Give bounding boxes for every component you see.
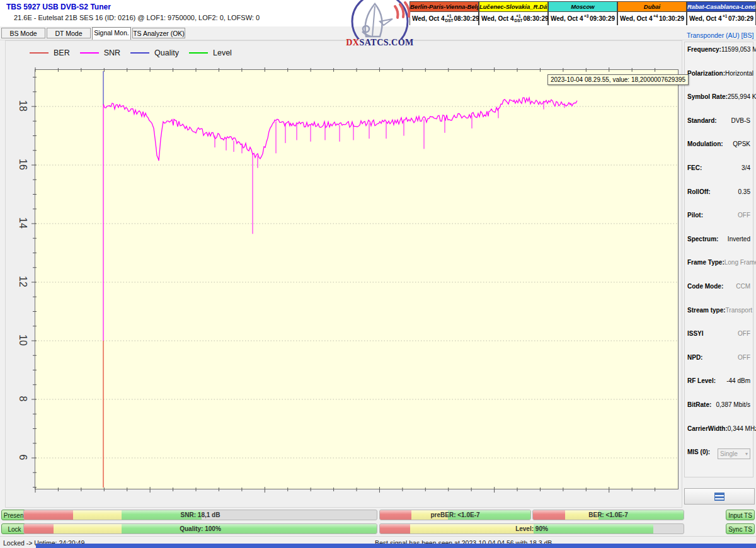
transponder-row-label: FEC: [687,164,702,171]
world-clocks: Berlin-Paris-Vienna-BelgradeWed, Oct 4+1… [410,1,755,25]
transponder-row-label: ISSYI [687,330,704,337]
progress-bar: preBER: <1.0E-7 [379,510,531,520]
mis-select[interactable]: Single▾ [718,448,750,459]
transponder-row-value: QPSK [733,140,750,147]
tab-dt-mode[interactable]: DT Mode [47,28,91,38]
clock-2: Lučenec-Slovakia_R.DávidWed, Oct 4+1DST0… [479,1,548,25]
transponder-row-label: Polarization: [687,70,725,77]
transponder-row-label: Symbol Rate: [687,93,728,100]
tab-bs-mode[interactable]: BS Mode [1,28,45,38]
legend-line-swatch [189,52,208,54]
transponder-row-value: 0,387 Mbit/s [716,401,750,408]
y-axis-tick-label: 10 [16,331,29,350]
transponder-header: Transponder (AU) [BS] [687,31,753,39]
legend-label: Level [213,49,232,57]
transponder-row-value: Transport [726,307,752,314]
transponder-row-label: Stream type: [687,307,726,314]
legend-item-snr: SNR [80,49,120,57]
app-title: TBS 5927 USB DVB-S2 Tuner [6,3,111,11]
transponder-row: FEC:3/4 [685,164,753,188]
tab-signal-mon-[interactable]: Signal Mon. [92,27,131,40]
transponder-row: RollOff:0.35 [685,188,753,212]
transponder-row-label: CarrierWidth: [687,425,728,432]
clock-3: MoscowWed, Oct 4+3 09:30:29 [548,1,617,25]
dxsatcs-logo: DXSATCS.COM [345,0,415,52]
legend-item-level: Level [189,49,232,57]
progress-bar-label: Quality: 100% [24,524,377,534]
signal-chart-plot[interactable] [35,69,679,489]
snr-chart [35,70,678,489]
clock-date: Wed, Oct 4 [551,15,583,22]
legend-line-swatch [130,52,149,54]
clock-date: Wed, Oct 4 [689,15,722,22]
clock-1: Berlin-Paris-Vienna-BelgradeWed, Oct 4+1… [410,1,479,25]
legend-line-swatch [30,52,49,54]
clock-time: 10:30:29 [659,15,684,22]
signal-monitor-panel: BERSNRQualityLevel 181614121086 2023-10-… [5,40,682,508]
transponder-row-label: Frequency: [687,46,721,53]
clock-date: Wed, Oct 4 [481,15,514,22]
progress-bar: SNR: 18,1 dB [23,510,377,520]
progress-bar-label: BER: <1.0E-7 [533,510,684,520]
legend-item-ber: BER [30,49,70,57]
y-axis-tick-label: 14 [16,214,29,232]
clock-time: 07:30:29 [728,15,753,22]
clock-time-row: Wed, Oct 4+1DST08:30:29 [479,12,547,25]
clock-utc-offset: +4 [653,14,658,23]
transponder-row-label: Code Mode: [687,283,723,290]
y-axis-tick-label: 12 [16,272,29,291]
legend-label: SNR [104,49,120,57]
progress-bar-label: Level: 90% [380,524,684,534]
app-window: TBS 5927 USB DVB-S2 Tuner 21.6E - Eutels… [0,0,756,548]
transponder-row-mis: MIS (0):Single▾ [685,448,753,472]
transponder-row-label: Standard: [687,117,717,124]
legend-item-quality: Quality [130,49,179,57]
snr-trace [103,98,577,161]
transponder-info-box: Frequency:11599,053 MHzPolarization:Hori… [684,42,753,477]
clock-time-row: Wed, Oct 4+4 10:30:29 [618,12,686,25]
clock-time: 08:30:29 [454,15,479,22]
clock-time: 08:30:29 [524,15,549,22]
transponder-row-label: Frame Type: [687,259,724,266]
transponder-row-label: Pilot: [687,212,703,219]
transponder-row: Spectrum:Inverted [685,236,753,260]
legend-label: Quality [154,49,179,57]
transponder-row: NPD:OFF [685,354,753,378]
clock-date: Wed, Oct 4 [620,15,653,22]
transponder-row-value: Horizontal [725,70,753,77]
clock-city-label: Lučenec-Slovakia_R.Dávid [479,2,547,12]
transponder-row: Stream type:Transport [685,307,753,331]
transponder-row-label: Modulation: [687,140,723,147]
transponder-row-label: NPD: [687,354,702,361]
satellite-dish-icon [347,0,413,39]
transponder-row-value: 0.35 [738,188,750,195]
transponder-row: ISSYIOFF [685,330,753,354]
clock-utc-offset: +1DST [515,14,523,23]
y-axis-tick-label: 16 [16,155,29,174]
clock-5: Rabat-Casablanca-LondonWed, Oct 4+1 07:3… [687,1,756,25]
transponder-row: Code Mode:CCM [685,283,753,307]
progress-bar: Quality: 100% [23,523,377,534]
status-button-input-ts[interactable]: Input TS [726,510,755,520]
logo-wordmark: DXSATCS.COM [345,38,415,48]
status-button-sync-ts[interactable]: Sync TS [726,523,755,534]
progress-bar: BER: <1.0E-7 [532,510,684,520]
signal-bar-row: PresentSNR: 18,1 dBpreBER: <1.0E-7BER: <… [0,509,756,522]
table-icon [714,493,724,501]
progress-bar-label: preBER: <1.0E-7 [380,510,530,520]
clock-time-row: Wed, Oct 4+1DST08:30:29 [410,12,478,25]
transponder-row: Frame Type:Long Frame [685,259,753,283]
transponder-row-value: 3/4 [742,164,750,171]
transponder-row-value: 255,994 KS/s [728,93,756,100]
transponder-row-label: BitRate: [687,401,711,408]
tab-ts-analyzer-ok-[interactable]: TS Analyzer (OK) [132,28,185,38]
transponder-action-button[interactable] [684,488,755,505]
transponder-row: RF Level:-44 dBm [685,377,753,401]
clock-4: DubaiWed, Oct 4+4 10:30:29 [617,1,687,25]
progress-bar-label: SNR: 18,1 dB [24,510,377,520]
transponder-row-value: OFF [738,354,750,361]
transponder-row-value: CCM [736,283,750,290]
tuner-subtitle: 21.6E - Eutelsat 21B SES 16 (ID: 0216) @… [14,14,260,21]
clock-utc-offset: +1 [723,14,728,23]
transponder-row: BitRate:0,387 Mbit/s [685,401,753,425]
